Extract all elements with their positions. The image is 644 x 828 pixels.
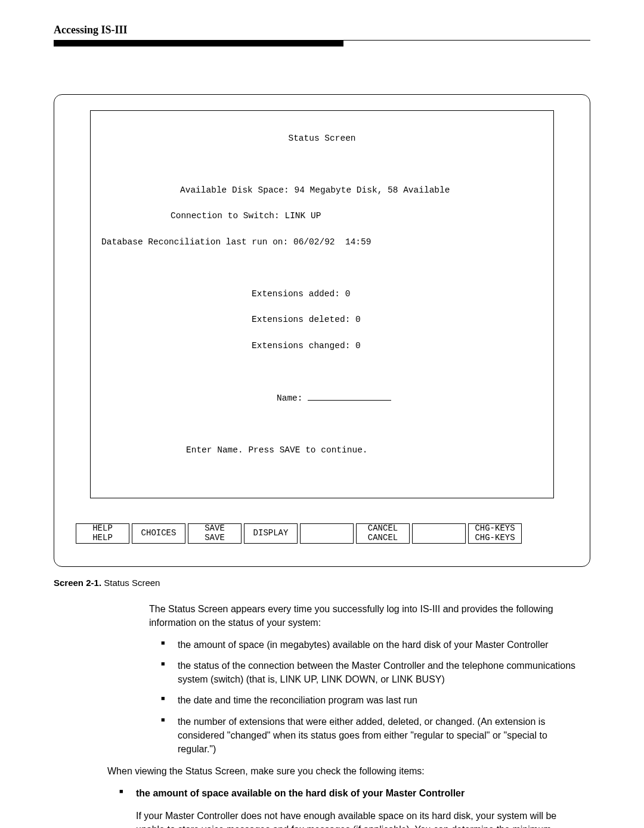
fkey-empty[interactable] [300, 523, 354, 544]
terminal-ext-added: Extensions added: 0 [97, 288, 547, 301]
terminal-disk-space: Available Disk Space: 94 Megabyte Disk, … [97, 184, 547, 197]
screen-caption: Screen 2-1. Status Screen [54, 578, 590, 588]
list-item: the amount of space available on the har… [134, 786, 578, 828]
body-content: The Status Screen appears every time you… [149, 602, 578, 756]
fkey-label-top: HELP [92, 524, 113, 533]
fkey-label-bot: CANCEL [368, 534, 398, 542]
terminal-window: Status Screen Available Disk Space: 94 M… [54, 94, 590, 567]
list-item: the status of the connection between the… [175, 659, 578, 686]
fkey-label-bot: CHOICES [141, 529, 177, 538]
fkey-label-bot: SAVE [205, 534, 225, 542]
check-paragraph: If your Master Controller does not have … [136, 809, 578, 828]
caption-label: Screen 2-1. [54, 578, 101, 588]
feature-bullets: the amount of space (in megabytes) avail… [149, 638, 578, 756]
check-bullets: the amount of space available on the har… [107, 786, 578, 828]
fkey-label-bot: CHG-KEYS [475, 534, 515, 542]
fkey-label-top: SAVE [205, 524, 225, 533]
check-intro: When viewing the Status Screen, make sur… [107, 764, 578, 778]
terminal-name-label: Name: [277, 392, 303, 405]
fkey-display[interactable]: DISPLAY [244, 523, 298, 544]
list-item: the date and time the reconciliation pro… [175, 693, 578, 707]
fkey-label-top: CHG-KEYS [475, 524, 515, 533]
list-item: the amount of space (in megabytes) avail… [175, 638, 578, 652]
terminal-ext-deleted: Extensions deleted: 0 [97, 314, 547, 327]
fkey-save[interactable]: SAVE SAVE [188, 523, 242, 544]
check-bullet-bold: the amount of space available on the har… [136, 788, 465, 798]
header-rule-thick [54, 41, 343, 46]
terminal-ext-changed: Extensions changed: 0 [97, 340, 547, 353]
fkey-chg-keys[interactable]: CHG-KEYS CHG-KEYS [468, 523, 522, 544]
fkey-empty-2[interactable] [412, 523, 466, 544]
fkey-label-top: CANCEL [368, 524, 398, 533]
fkey-choices[interactable]: CHOICES [132, 523, 185, 544]
page-header-title: Accessing IS-III [54, 24, 590, 36]
terminal-name-input[interactable] [308, 392, 391, 401]
terminal-title: Status Screen [97, 132, 547, 145]
intro-paragraph: The Status Screen appears every time you… [149, 602, 578, 629]
terminal-reconciliation: Database Reconciliation last run on: 06/… [97, 236, 547, 249]
list-item: the number of extensions that were eithe… [175, 715, 578, 756]
terminal-connection: Connection to Switch: LINK UP [97, 210, 547, 223]
function-key-row: HELP HELP CHOICES SAVE SAVE DISPLAY CANC… [76, 523, 568, 544]
fkey-label-top: DISPLAY [253, 529, 289, 538]
fkey-help[interactable]: HELP HELP [76, 523, 129, 544]
caption-text: Status Screen [101, 578, 160, 588]
check-section: When viewing the Status Screen, make sur… [107, 764, 578, 828]
terminal-prompt: Enter Name. Press SAVE to continue. [97, 444, 547, 457]
fkey-label-bot: HELP [92, 534, 113, 542]
fkey-cancel[interactable]: CANCEL CANCEL [356, 523, 410, 544]
terminal-content: Status Screen Available Disk Space: 94 M… [90, 110, 554, 498]
